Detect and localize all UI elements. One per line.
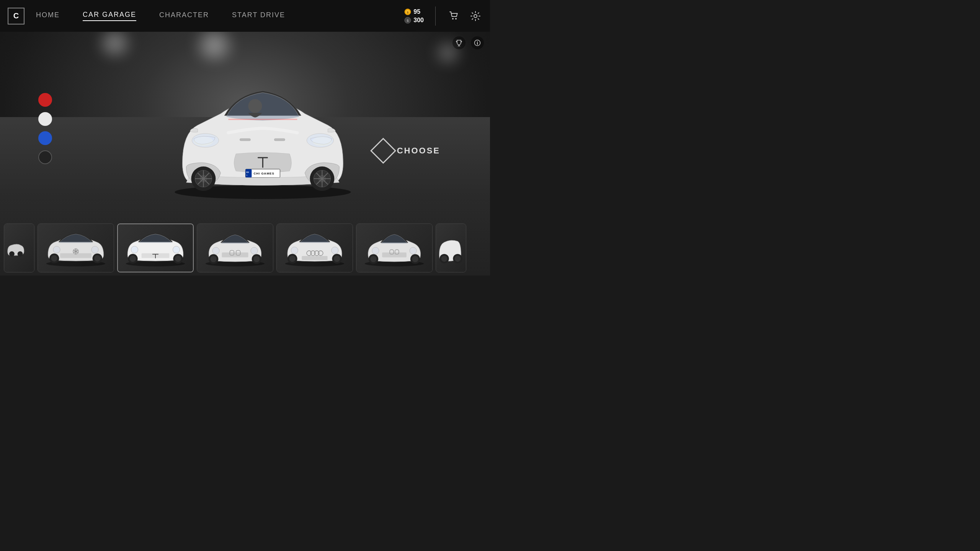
nav-start-drive[interactable]: START DRIVE: [232, 11, 285, 21]
money-value: 300: [413, 17, 424, 24]
thumb-inner-bmw5: [197, 224, 273, 272]
money-row: $ 300: [404, 17, 424, 24]
ceiling-light-left: [92, 32, 138, 59]
logo-button[interactable]: C: [8, 8, 24, 24]
svg-point-50: [91, 246, 98, 253]
svg-point-81: [332, 247, 338, 254]
color-red[interactable]: [38, 93, 52, 107]
svg-point-39: [248, 99, 262, 113]
svg-rect-87: [382, 252, 407, 257]
thumb-inner-audi: [277, 224, 353, 272]
car-thumbnails: [0, 220, 490, 276]
svg-point-83: [289, 256, 296, 262]
nav-right: $ 95 $ 300: [404, 7, 482, 26]
color-black[interactable]: [38, 150, 52, 164]
svg-point-12: [477, 41, 478, 42]
svg-point-71: [210, 256, 216, 262]
settings-button[interactable]: [469, 9, 482, 23]
svg-point-5: [452, 18, 454, 20]
svg-point-61: [130, 256, 136, 262]
thumb-inner-7: [436, 224, 466, 272]
coin-icon: $: [404, 8, 411, 15]
main-area: EU ★ CHI GAMES: [0, 32, 490, 276]
info-button[interactable]: [471, 36, 484, 49]
car-thumb-audi[interactable]: [276, 223, 353, 272]
svg-text:$: $: [407, 18, 409, 22]
svg-point-58: [131, 246, 138, 253]
car-svg: EU ★ CHI GAMES: [152, 56, 374, 202]
svg-rect-65: [222, 252, 248, 257]
main-car-display: EU ★ CHI GAMES: [152, 56, 374, 202]
dollar-icon: $: [404, 17, 411, 24]
coin-value: 95: [413, 8, 420, 15]
svg-rect-19: [245, 169, 252, 178]
svg-point-15: [194, 137, 213, 146]
svg-point-90: [372, 247, 379, 254]
coin-row: $ 95: [404, 8, 424, 15]
nav-home[interactable]: HOME: [36, 11, 60, 21]
svg-text:★: ★: [246, 174, 248, 176]
svg-point-80: [291, 247, 298, 254]
svg-point-91: [410, 247, 416, 254]
svg-point-17: [312, 137, 332, 146]
currency-block: $ 95 $ 300: [404, 8, 424, 24]
choose-label: CHOOSE: [397, 146, 440, 156]
car-thumb-7[interactable]: [436, 223, 466, 272]
svg-point-95: [412, 256, 418, 262]
thumb-inner-mercedes: [38, 224, 114, 272]
car-thumb-tesla[interactable]: [117, 223, 194, 272]
car-thumb-bmw5[interactable]: [197, 223, 273, 272]
car-thumb-bmw3[interactable]: [356, 223, 433, 272]
car-thumb-mercedes[interactable]: [38, 223, 114, 272]
svg-rect-37: [240, 139, 250, 141]
trophy-button[interactable]: [452, 36, 466, 49]
svg-point-93: [370, 256, 376, 262]
thumb-inner-1: [4, 224, 34, 272]
svg-point-42: [18, 251, 23, 256]
color-swatches: [38, 93, 52, 164]
svg-text:EU: EU: [246, 171, 249, 173]
svg-point-6: [455, 18, 457, 20]
nav-character[interactable]: CHARACTER: [159, 11, 209, 21]
svg-point-49: [53, 246, 60, 253]
svg-point-68: [212, 247, 219, 254]
nav-links: HOME CAR GARAGE CHARACTER START DRIVE: [36, 11, 404, 21]
nav-car-garage[interactable]: CAR GARAGE: [83, 11, 136, 21]
top-navigation: C HOME CAR GARAGE CHARACTER START DRIVE …: [0, 0, 490, 32]
diamond-icon: [370, 138, 396, 164]
svg-point-52: [51, 255, 57, 261]
svg-point-63: [175, 256, 181, 262]
svg-text:CHI GAMES: CHI GAMES: [253, 172, 274, 175]
svg-point-85: [334, 256, 340, 262]
svg-point-97: [441, 256, 448, 262]
svg-point-54: [94, 255, 100, 261]
svg-rect-38: [274, 139, 285, 141]
svg-point-99: [455, 256, 461, 262]
svg-point-59: [173, 246, 180, 253]
svg-point-69: [251, 247, 258, 254]
cart-button[interactable]: [447, 9, 461, 23]
svg-rect-79: [302, 256, 327, 260]
svg-point-41: [9, 251, 15, 256]
svg-point-7: [474, 15, 477, 18]
color-white[interactable]: [38, 112, 52, 126]
thumb-inner-tesla: [118, 224, 193, 272]
logo-letter: C: [13, 11, 19, 20]
svg-text:$: $: [407, 10, 409, 14]
car-thumb-1[interactable]: [4, 223, 34, 272]
nav-divider: [435, 7, 436, 26]
secondary-icons: [452, 36, 484, 49]
thumb-inner-bmw3: [356, 224, 432, 272]
svg-point-73: [253, 256, 260, 262]
color-blue[interactable]: [38, 131, 52, 145]
choose-button[interactable]: CHOOSE: [374, 142, 440, 160]
